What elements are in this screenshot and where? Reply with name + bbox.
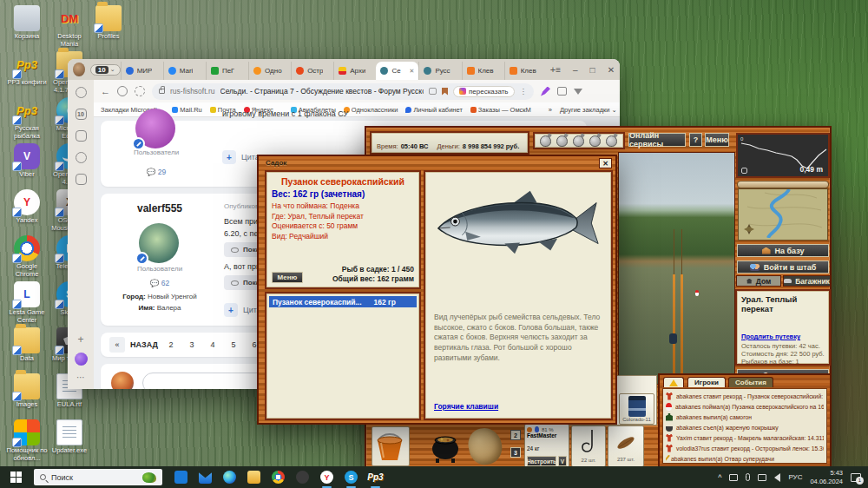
sidebar-more-icon[interactable]: ⋯ <box>76 373 85 382</box>
username[interactable]: valerf555 <box>113 202 207 214</box>
minimap[interactable] <box>738 188 828 241</box>
dialog-close-button[interactable]: ✕ <box>599 158 612 168</box>
page-number[interactable]: 5 <box>226 337 241 353</box>
maximize-button[interactable]: □ <box>590 65 595 75</box>
keepnet-trophy-icon[interactable] <box>606 135 617 147</box>
history-icon[interactable] <box>76 87 87 98</box>
desktop-icon-updater[interactable]: Updater.exe <box>48 419 91 455</box>
desktop-icon-images-folder[interactable]: Images <box>5 373 49 409</box>
multiquote-button[interactable]: + <box>224 303 238 317</box>
desktop-icon-russian-fishing[interactable]: Рр3Русская рыбалка <box>5 97 49 140</box>
collections-icon[interactable] <box>557 87 567 96</box>
chrome-icon[interactable] <box>272 471 285 484</box>
screenshot-icon[interactable] <box>76 174 87 185</box>
hotkeys-link[interactable]: Горячие клавиши <box>434 402 498 411</box>
desktop-icon-profiles[interactable]: Profiles <box>87 5 130 41</box>
mail-icon[interactable] <box>199 471 212 484</box>
microphone-icon[interactable] <box>746 473 750 481</box>
store-icon[interactable] <box>174 471 187 484</box>
comment-icon[interactable] <box>429 88 437 95</box>
onedrive-icon[interactable] <box>729 474 738 481</box>
russian-fishing-icon[interactable]: Рр3 <box>369 471 382 484</box>
retell-button[interactable]: пересказать <box>453 86 515 97</box>
tune-rod-button[interactable]: Настроить <box>527 456 556 466</box>
browser-tab[interactable]: Mari <box>163 62 206 80</box>
spinner-item[interactable]: Colorado-11 <box>619 393 654 425</box>
bucket-slot[interactable] <box>372 426 410 466</box>
game-menu-button[interactable]: Меню <box>705 133 729 147</box>
extend-ticket-link[interactable]: Продлить путевку <box>741 333 825 340</box>
yandex-browser-icon[interactable]: Y <box>320 471 333 484</box>
skype-icon[interactable]: S <box>345 471 358 484</box>
play-icon[interactable] <box>76 152 87 163</box>
browser-tab[interactable]: Русс <box>418 62 461 80</box>
bait-slot[interactable]: 237 шт. <box>608 425 644 467</box>
back-button[interactable]: ← <box>101 86 110 96</box>
forward-button[interactable] <box>117 86 128 96</box>
tab-trunk[interactable]: Багажник <box>783 275 831 287</box>
taskbar-clock[interactable]: 5:43 04.06.2024 <box>810 469 843 485</box>
desktop-icon-viber[interactable]: VViber <box>5 143 49 179</box>
address-bar[interactable]: rus-fishsoft.ru Сельди. - Страница 7 - О… <box>152 83 534 100</box>
desktop-icon-data-folder[interactable]: Data <box>5 327 49 363</box>
notification-center-icon[interactable]: 1 <box>851 473 861 482</box>
tray-expand-icon[interactable]: ^ <box>718 473 721 482</box>
page-number[interactable]: 2 <box>163 337 179 353</box>
browser-tab[interactable]: Одно <box>248 62 291 80</box>
players-tab[interactable]: Игроки <box>687 377 726 387</box>
game-scene[interactable] <box>618 152 735 385</box>
browser-tab[interactable]: Клев <box>504 62 547 80</box>
page-number[interactable]: 4 <box>205 337 220 353</box>
alice-assistant-icon[interactable] <box>75 353 88 366</box>
explorer-icon[interactable] <box>247 471 260 484</box>
browser-tab-active[interactable]: Се✕ <box>376 62 418 80</box>
fishing-rod[interactable] <box>681 274 683 385</box>
slot-count-badge[interactable]: 2 <box>510 430 521 440</box>
display-icon[interactable] <box>758 474 766 481</box>
tabs-panel-icon[interactable]: 10 <box>76 109 87 120</box>
pagination-back[interactable]: НАЗАД <box>130 340 158 349</box>
browser-tab[interactable]: Клев <box>462 62 504 80</box>
keepnet-trophy-icon[interactable] <box>556 135 568 147</box>
browser-tab[interactable]: ПеГ <box>206 62 248 80</box>
taskbar-search[interactable]: Поиск <box>34 469 162 485</box>
tab-counter-button[interactable]: 10⌄ <box>90 64 121 76</box>
page-number[interactable]: 3 <box>184 337 200 353</box>
user-avatar[interactable] <box>135 109 175 148</box>
map-scroll-handle[interactable] <box>737 181 829 188</box>
fishing-rod[interactable] <box>673 274 675 385</box>
go-to-base-button[interactable]: На базу <box>737 244 829 257</box>
desktop-icon-chrome[interactable]: Google Chrome <box>5 235 49 278</box>
edge-icon[interactable] <box>223 471 236 484</box>
slot-count-badge[interactable]: 3 <box>510 447 521 458</box>
browser-tab[interactable]: Архи <box>333 62 376 80</box>
online-services-button[interactable]: Онлайн сервисы <box>628 133 686 147</box>
desktop-icon-pp3-configs[interactable]: Рр3РР3 конфиги <box>5 51 49 87</box>
multiquote-button[interactable]: + <box>222 150 236 164</box>
pot-item[interactable] <box>429 430 462 465</box>
bookmark-item[interactable]: Mail.Ru <box>172 106 201 114</box>
profile-avatar[interactable] <box>73 63 85 76</box>
pagination-first[interactable]: « <box>109 337 125 353</box>
keepnet-trophy-icon[interactable] <box>573 135 584 147</box>
tab-close-icon[interactable]: ✕ <box>410 68 415 75</box>
start-button[interactable] <box>10 472 22 483</box>
collapse-button[interactable]: V <box>558 456 567 466</box>
close-button[interactable]: ✕ <box>608 65 615 75</box>
sidebar-add-icon[interactable]: + <box>77 333 83 346</box>
browser-tab[interactable]: МИР <box>121 62 163 80</box>
oscar-app-icon[interactable] <box>296 471 309 484</box>
edit-pencil-icon[interactable] <box>541 87 550 96</box>
fish-list-row-selected[interactable]: Пузанок северокаспий... 162 гр <box>269 296 417 307</box>
bookmark-flag-icon[interactable] <box>442 88 448 96</box>
keepnet-trophy-icon[interactable] <box>540 135 551 147</box>
language-indicator[interactable]: РУС <box>788 473 802 481</box>
other-bookmarks[interactable]: Другие закладки ⌄ <box>560 106 617 114</box>
browser-menu-icon[interactable]: ≡ <box>556 65 561 75</box>
help-button[interactable]: ? <box>689 133 702 147</box>
windows-icon[interactable] <box>76 130 87 142</box>
refresh-button[interactable] <box>135 86 145 96</box>
desktop-icon-lesta[interactable]: LLesta Game Center <box>5 281 49 324</box>
address-more-icon[interactable]: ⋮ <box>520 87 528 96</box>
keepnet-trophy-icon[interactable] <box>589 135 601 147</box>
